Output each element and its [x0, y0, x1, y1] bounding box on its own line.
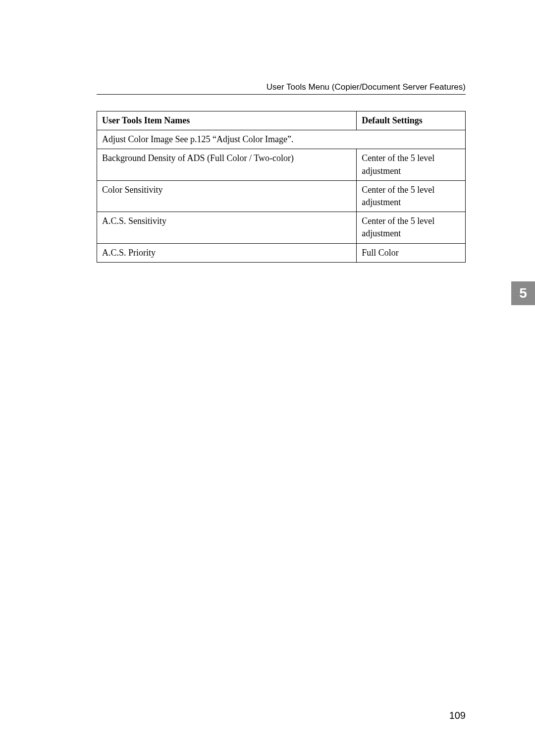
header-divider	[97, 94, 466, 95]
table-cell-name: A.C.S. Priority	[97, 243, 357, 262]
page-header: User Tools Menu (Copier/Document Server …	[267, 82, 466, 92]
table-row: A.C.S. Sensitivity Center of the 5 level…	[97, 212, 466, 243]
page-number: 109	[449, 710, 466, 721]
settings-table: User Tools Item Names Default Settings A…	[97, 111, 466, 263]
table-cell-default: Full Color	[357, 243, 466, 262]
table-row: A.C.S. Priority Full Color	[97, 243, 466, 262]
table-row: Adjust Color Image See p.125 “Adjust Col…	[97, 130, 466, 149]
table-cell-default: Center of the 5 level adjustment	[357, 149, 466, 180]
table-row: Color Sensitivity Center of the 5 level …	[97, 180, 466, 212]
table-row: Background Density of ADS (Full Color / …	[97, 149, 466, 180]
table-cell: Adjust Color Image See p.125 “Adjust Col…	[97, 130, 466, 149]
table-header-names: User Tools Item Names	[97, 111, 357, 130]
table-header-row: User Tools Item Names Default Settings	[97, 111, 466, 130]
table-cell-default: Center of the 5 level adjustment	[357, 212, 466, 243]
section-number: 5	[519, 285, 527, 301]
section-tab: 5	[511, 281, 535, 305]
table-header-defaults: Default Settings	[357, 111, 466, 130]
table-cell-name: Color Sensitivity	[97, 180, 357, 212]
table-cell-name: Background Density of ADS (Full Color / …	[97, 149, 357, 180]
table-cell-default: Center of the 5 level adjustment	[357, 180, 466, 212]
table-cell-name: A.C.S. Sensitivity	[97, 212, 357, 243]
